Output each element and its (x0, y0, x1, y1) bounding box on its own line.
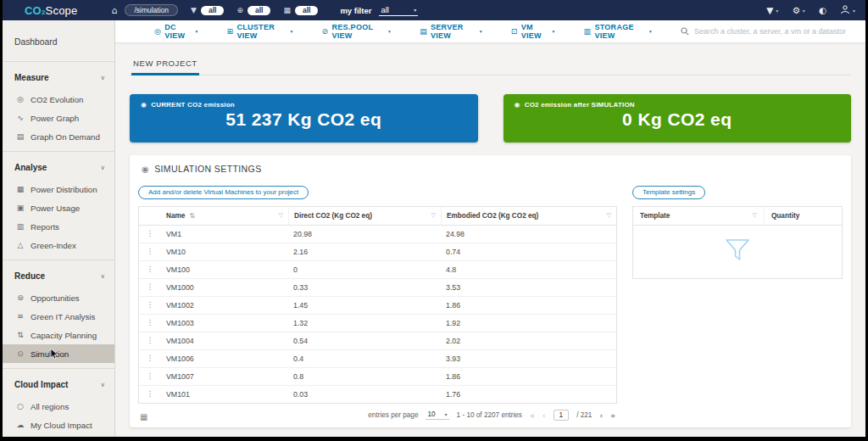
sidebar-item-label: My Cloud Impact (31, 421, 92, 430)
topbar-filter-group: ▼all (191, 6, 224, 15)
sidebar-item-simulation[interactable]: ⊙Simulation (3, 344, 114, 363)
co2-evolution-icon: ◎ (16, 95, 25, 103)
sidebar-item-all-regions[interactable]: ○All regions (3, 397, 114, 416)
vm-view-icon: ⊡ (511, 27, 518, 36)
home-icon[interactable]: ⌂ (111, 5, 117, 16)
column-embodied-co2[interactable]: Embodied CO2 (Kg CO2 eq) ▽ (441, 207, 616, 225)
topbar-pill-filter[interactable]: all (201, 6, 224, 15)
prev-page-icon[interactable]: ‹ (542, 410, 546, 420)
view-dc-view[interactable]: ◎DC VIEW▾ (154, 23, 198, 40)
column-template[interactable]: Template ▽ (633, 207, 764, 225)
drag-handle-icon[interactable]: ⋮ (139, 297, 161, 314)
sort-icon[interactable]: ⇅ (189, 212, 195, 220)
drag-handle-icon[interactable]: ⋮ (139, 350, 161, 367)
table-row[interactable]: ⋮VM1010.031.76 (139, 386, 616, 403)
column-name[interactable]: Name ⇅ ▽ (161, 207, 288, 225)
topbar-pill-calendar[interactable]: all (295, 6, 318, 15)
search-input[interactable] (694, 27, 854, 36)
drag-handle-icon[interactable]: ⋮ (139, 261, 161, 278)
view-res-pool-view[interactable]: ⊘RES.POOL VIEW▾ (322, 23, 392, 40)
vm-name-cell: VM1006 (161, 350, 288, 367)
filter-icon[interactable]: ▽ (279, 212, 283, 219)
sidebar-item-capacity-planning[interactable]: ⇅Capacity Planning (3, 326, 114, 344)
table-row[interactable]: ⋮VM10070.81.86 (139, 368, 616, 386)
table-row[interactable]: ⋮VM10060.43.93 (139, 350, 616, 368)
drag-handle-icon[interactable]: ⋮ (139, 226, 161, 243)
first-page-icon[interactable]: « (530, 410, 535, 420)
filter-icon[interactable]: ▽ (431, 212, 436, 219)
sidebar-item-opportunities[interactable]: ⊚Opportunities (3, 288, 114, 307)
sidebar-section-cloud-impact[interactable]: Cloud Impact∨ (3, 369, 114, 397)
column-quantity[interactable]: Quantity (764, 207, 842, 225)
entries-per-page-select[interactable]: 10 ▾ (426, 410, 448, 420)
add-delete-vm-button[interactable]: Add and/or delete Virtual Machines to yo… (138, 186, 309, 199)
gear-icon: ⚙ (792, 5, 799, 15)
sidebar-item-label: Power Distribution (31, 185, 97, 194)
drag-handle-icon[interactable]: ⋮ (139, 279, 161, 296)
view-storage-view[interactable]: ▥STORAGE VIEW▾ (584, 23, 652, 40)
globe-icon[interactable]: ⊕ (236, 6, 243, 14)
caret-down-icon: ▾ (649, 29, 652, 34)
filter-icon[interactable]: ▽ (753, 212, 757, 219)
sidebar-item-reports[interactable]: ▥Reports (3, 217, 114, 236)
settings-menu[interactable]: ⚙ ▾ (792, 5, 804, 15)
table-row[interactable]: ⋮VM10000.333.53 (139, 279, 616, 297)
table-row[interactable]: ⋮VM10004.8 (139, 261, 616, 279)
caret-down-icon: ▾ (853, 8, 855, 14)
table-grid-icon[interactable]: ▦ (140, 412, 147, 421)
view-cluster-view[interactable]: ⊞CLUSTER VIEW▾ (227, 23, 293, 40)
topbar-pill-globe[interactable]: all (248, 6, 270, 15)
next-page-icon[interactable]: › (599, 410, 603, 420)
breadcrumb[interactable]: /simulation (125, 4, 178, 16)
sidebar-item-label: Graph On Demand (31, 132, 100, 142)
sidebar-section-reduce[interactable]: Reduce∨ (3, 260, 114, 288)
sidebar-item-dashboard[interactable]: Dashboard (3, 20, 114, 61)
topbar-filter-group: ⊕all (236, 6, 270, 15)
drag-handle-icon[interactable]: ⋮ (139, 332, 161, 349)
power-usage-icon: ▣ (16, 204, 25, 212)
sidebar-item-my-cloud-impact[interactable]: ☁My Cloud Impact (3, 416, 114, 434)
table-row[interactable]: ⋮VM10021.451.86 (139, 297, 616, 315)
drag-handle-icon[interactable]: ⋮ (139, 315, 161, 332)
co2-bullet-icon: ◉ (515, 101, 520, 109)
drag-handle-icon[interactable]: ⋮ (139, 368, 161, 385)
topbar-filter-pills: ▼all⊕all▦all (178, 6, 318, 15)
sidebar-item-power-usage[interactable]: ▣Power Usage (3, 198, 114, 217)
sidebar: DashboardMeasure∨◎CO2 Evolution∿Power Gr… (3, 20, 115, 437)
column-direct-co2[interactable]: Direct CO2 (Kg CO2 eq) ▽ (288, 207, 441, 225)
sidebar-item-power-distribution[interactable]: ▦Power Distribution (3, 180, 114, 198)
topbar-actions: ▼ ▾ ⚙ ▾ ◐ ▾ (766, 4, 855, 16)
view-server-view[interactable]: ▤SERVER VIEW▾ (420, 23, 482, 40)
user-menu[interactable]: ▾ (840, 4, 855, 16)
template-settings-button[interactable]: Template settings (632, 186, 705, 199)
table-row[interactable]: ⋮VM10031.321.92 (139, 315, 616, 332)
last-page-icon[interactable]: » (610, 410, 615, 420)
current-page-input[interactable]: 1 (554, 410, 570, 421)
vm-embodied-co2-cell: 1.86 (441, 368, 616, 385)
sidebar-section-measure[interactable]: Measure∨ (3, 62, 114, 90)
view-label: STORAGE VIEW (594, 23, 646, 40)
sidebar-item-power-graph[interactable]: ∿Power Graph (3, 109, 114, 127)
vm-direct-co2-cell: 0.33 (288, 279, 441, 296)
sidebar-section-analyse[interactable]: Analyse∨ (3, 152, 114, 180)
tab-new-project[interactable]: NEW PROJECT (131, 54, 199, 75)
sidebar-item-co2-evolution[interactable]: ◎CO2 Evolution (3, 90, 114, 109)
drag-handle-icon[interactable]: ⋮ (139, 386, 161, 403)
view-vm-view[interactable]: ⊡VM VIEW▾ (511, 23, 555, 40)
card-title: CO2 emission after SIMULATION (525, 101, 635, 109)
caret-down-icon: ▾ (196, 29, 198, 34)
table-row[interactable]: ⋮VM10040.542.02 (139, 332, 616, 350)
table-row[interactable]: ⋮VM102.160.74 (139, 243, 616, 261)
sidebar-item-green-it-analysis[interactable]: ≡Green IT Analysis (3, 307, 114, 326)
my-filter-select[interactable]: all ▾ (379, 5, 418, 16)
vm-name-cell: VM10 (161, 243, 288, 260)
filter-icon[interactable]: ▽ (607, 212, 611, 219)
table-row[interactable]: ⋮VM120.9824.98 (139, 226, 616, 243)
sidebar-item-graph-on-demand[interactable]: ▤Graph On Demand (3, 127, 114, 146)
theme-toggle[interactable]: ◐ (819, 5, 826, 15)
sidebar-item-green-index[interactable]: △Green-Index (3, 236, 114, 254)
calendar-icon[interactable]: ▦ (283, 6, 291, 14)
drag-handle-icon[interactable]: ⋮ (139, 243, 161, 260)
filter-icon[interactable]: ▼ (191, 6, 197, 14)
global-filter-menu[interactable]: ▼ ▾ (766, 5, 778, 15)
